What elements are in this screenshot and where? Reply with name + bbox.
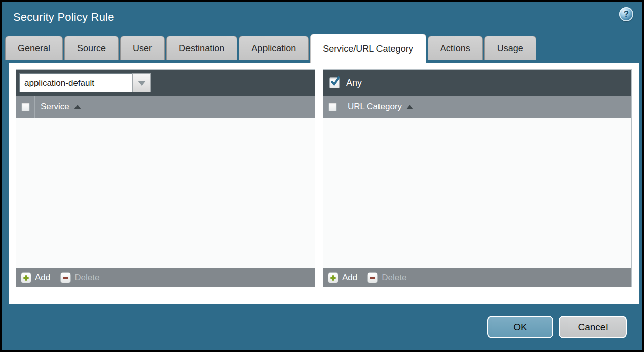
- service-select-all-cell: [16, 96, 35, 118]
- service-type-input[interactable]: [19, 73, 132, 92]
- service-select-all-checkbox[interactable]: [21, 103, 30, 111]
- tab-actions[interactable]: Actions: [428, 36, 483, 60]
- url-category-table-body: [323, 118, 631, 268]
- delete-icon: [60, 272, 71, 283]
- service-type-combobox: [19, 73, 151, 92]
- dialog-actions: OK Cancel: [487, 316, 627, 338]
- checkmark-icon: [329, 74, 342, 87]
- service-delete-label: Delete: [74, 272, 99, 283]
- url-category-toolbar: Any: [323, 70, 631, 96]
- delete-icon: [367, 272, 378, 283]
- sort-ascending-icon: [74, 105, 81, 109]
- url-category-table-header: URL Category: [323, 96, 631, 118]
- service-add-label: Add: [35, 272, 50, 283]
- tab-destination[interactable]: Destination: [166, 36, 237, 60]
- tab-usage[interactable]: Usage: [484, 36, 536, 60]
- tab-application[interactable]: Application: [239, 36, 309, 60]
- service-column-label: Service: [41, 102, 69, 112]
- add-icon: [328, 272, 338, 283]
- tab-bar: General Source User Destination Applicat…: [5, 34, 639, 63]
- service-table-body: [16, 118, 315, 268]
- chevron-down-icon: [138, 81, 146, 86]
- url-category-delete-button[interactable]: Delete: [367, 272, 406, 283]
- tab-general[interactable]: General: [5, 36, 63, 60]
- url-category-add-button[interactable]: Add: [328, 272, 357, 283]
- security-policy-rule-dialog: Security Policy Rule ? General Source Us…: [0, 0, 644, 352]
- any-label: Any: [346, 77, 362, 88]
- url-category-table-footer: Add Delete: [323, 268, 631, 287]
- service-toolbar: [16, 70, 315, 96]
- help-icon[interactable]: ?: [619, 7, 633, 21]
- sort-ascending-icon: [406, 105, 413, 109]
- url-category-column-label: URL Category: [348, 102, 402, 112]
- tab-service-url-category[interactable]: Service/URL Category: [310, 34, 426, 63]
- service-table-header: Service: [16, 96, 315, 118]
- url-category-select-all-cell: [323, 96, 342, 118]
- tab-source[interactable]: Source: [64, 36, 119, 60]
- service-panel: Service Add Delete: [16, 69, 315, 287]
- url-category-add-label: Add: [342, 272, 357, 283]
- help-icon-glyph: ?: [624, 9, 629, 19]
- service-column-header[interactable]: Service: [35, 96, 81, 118]
- any-checkbox[interactable]: [329, 77, 340, 88]
- service-add-button[interactable]: Add: [21, 272, 50, 283]
- any-checkbox-row: Any: [326, 77, 362, 88]
- url-category-delete-label: Delete: [382, 272, 406, 283]
- tab-user[interactable]: User: [120, 36, 165, 60]
- title-bar: Security Policy Rule ?: [2, 2, 642, 32]
- tab-content: Service Add Delete: [9, 63, 639, 304]
- service-table-footer: Add Delete: [16, 268, 315, 287]
- service-type-dropdown-button[interactable]: [132, 73, 151, 92]
- add-icon: [21, 272, 31, 283]
- url-category-panel: Any URL Category Add: [323, 69, 632, 287]
- ok-button[interactable]: OK: [487, 316, 553, 338]
- url-category-select-all-checkbox[interactable]: [328, 103, 337, 111]
- service-delete-button[interactable]: Delete: [60, 272, 99, 283]
- dialog-title: Security Policy Rule: [13, 11, 115, 24]
- cancel-button[interactable]: Cancel: [559, 316, 627, 338]
- url-category-column-header[interactable]: URL Category: [342, 96, 413, 118]
